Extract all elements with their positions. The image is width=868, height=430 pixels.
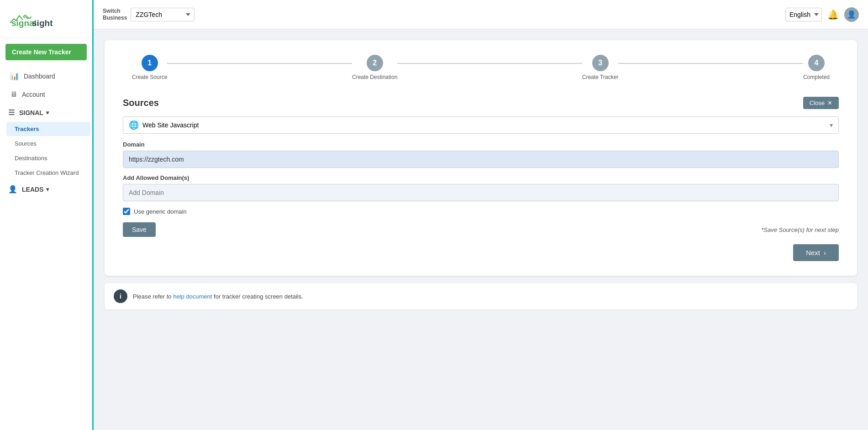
next-arrow-icon: › bbox=[824, 249, 826, 257]
source-type-dropdown-wrapper: 🌐 Web Site Javascript ▾ bbox=[123, 116, 839, 134]
main-content: Switch Business ZZGTech English Turkish … bbox=[94, 0, 868, 430]
domain-input[interactable] bbox=[123, 151, 839, 168]
domain-label: Domain bbox=[123, 141, 839, 148]
signal-icon: ☰ bbox=[8, 108, 15, 117]
sidebar-item-sources[interactable]: Sources bbox=[6, 136, 90, 151]
business-select[interactable]: ZZGTech bbox=[131, 8, 195, 21]
step-4-label: Completed bbox=[803, 74, 830, 80]
logo-container: signal sight bbox=[0, 0, 92, 37]
leads-section-header[interactable]: 👤 LEADS ▾ bbox=[0, 180, 92, 198]
sidebar-item-trackers[interactable]: Trackers bbox=[6, 122, 90, 136]
user-icon: 👤 bbox=[847, 10, 856, 19]
generic-domain-row: Use generic domain bbox=[123, 208, 839, 215]
next-row: Next › bbox=[123, 244, 839, 261]
footer-text: Please refer to help document for tracke… bbox=[133, 293, 303, 300]
create-new-tracker-button[interactable]: Create New Tracker bbox=[5, 44, 87, 60]
step-connector-2-3 bbox=[397, 63, 582, 64]
sidebar: signal sight Create New Tracker 📊 Dashbo… bbox=[0, 0, 94, 430]
step-2-label: Create Destination bbox=[352, 74, 397, 80]
content-area: 1 Create Source 2 Create Destination 3 bbox=[94, 29, 868, 430]
user-avatar[interactable]: 👤 bbox=[844, 7, 859, 22]
notification-bell-icon[interactable]: 🔔 bbox=[827, 9, 839, 20]
source-type-select[interactable]: Web Site Javascript bbox=[142, 117, 830, 133]
sidebar-item-tracker-wizard[interactable]: Tracker Creation Wizard bbox=[6, 166, 90, 180]
add-domain-label: Add Allowed Domain(s) bbox=[123, 174, 839, 181]
sidebar-item-dashboard[interactable]: 📊 Dashboard bbox=[2, 67, 90, 85]
sidebar-item-account[interactable]: 🖥 Account bbox=[2, 86, 90, 103]
step-1: 1 Create Source bbox=[132, 55, 167, 80]
sources-header: Sources Close ✕ bbox=[123, 97, 839, 109]
info-icon: i bbox=[114, 289, 127, 303]
next-button[interactable]: Next › bbox=[793, 244, 839, 261]
close-button[interactable]: Close ✕ bbox=[803, 97, 839, 109]
svg-text:sight: sight bbox=[32, 18, 53, 28]
topbar: Switch Business ZZGTech English Turkish … bbox=[94, 0, 868, 29]
signal-sub-items: Trackers Sources Destinations Tracker Cr… bbox=[0, 121, 92, 180]
save-row: Save *Save Source(s) for next step bbox=[123, 222, 839, 237]
generic-domain-label: Use generic domain bbox=[134, 208, 187, 215]
step-3: 3 Create Tracker bbox=[582, 55, 618, 80]
chevron-down-icon: ▾ bbox=[830, 121, 833, 129]
step-1-label: Create Source bbox=[132, 74, 167, 80]
step-1-circle: 1 bbox=[142, 55, 158, 71]
wizard-card: 1 Create Source 2 Create Destination 3 bbox=[105, 40, 857, 276]
step-3-label: Create Tracker bbox=[582, 74, 618, 80]
steps-progress: 1 Create Source 2 Create Destination 3 bbox=[123, 55, 839, 80]
close-x-icon: ✕ bbox=[827, 100, 832, 106]
leads-expand-icon: ▾ bbox=[46, 186, 49, 193]
step-connector-3-4 bbox=[618, 63, 803, 64]
save-hint: *Save Source(s) for next step bbox=[761, 226, 839, 233]
signal-expand-icon: ▾ bbox=[46, 110, 49, 116]
sidebar-item-destinations[interactable]: Destinations bbox=[6, 151, 90, 165]
step-4: 4 Completed bbox=[803, 55, 830, 80]
logo: signal sight bbox=[8, 7, 68, 28]
account-icon: 🖥 bbox=[10, 90, 17, 99]
step-3-circle: 3 bbox=[592, 55, 609, 71]
switch-business-label: Switch Business bbox=[103, 8, 127, 21]
generic-domain-checkbox[interactable] bbox=[123, 208, 130, 215]
signal-section-header[interactable]: ☰ SIGNAL ▾ bbox=[0, 104, 92, 121]
step-2-circle: 2 bbox=[367, 55, 383, 71]
add-domain-input[interactable] bbox=[123, 184, 839, 201]
save-button[interactable]: Save bbox=[123, 222, 156, 237]
globe-icon: 🌐 bbox=[129, 120, 139, 130]
step-2: 2 Create Destination bbox=[352, 55, 397, 80]
help-document-link[interactable]: help document bbox=[173, 293, 212, 300]
sources-title: Sources bbox=[123, 98, 159, 108]
step-4-circle: 4 bbox=[808, 55, 825, 71]
leads-icon: 👤 bbox=[8, 185, 17, 194]
step-connector-1-2 bbox=[167, 63, 352, 64]
language-select[interactable]: English Turkish bbox=[785, 8, 822, 21]
dashboard-icon: 📊 bbox=[10, 72, 19, 80]
footer-info: i Please refer to help document for trac… bbox=[105, 283, 857, 309]
